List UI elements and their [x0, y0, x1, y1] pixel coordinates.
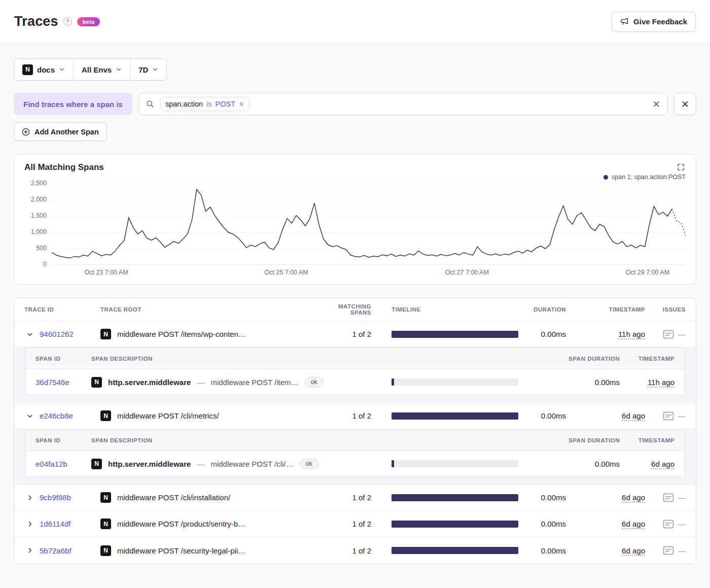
no-issues-dash: — [678, 411, 686, 420]
matching-spans-count: 1 of 2 [315, 330, 392, 338]
chart-title: All Matching Spans [24, 162, 104, 172]
all-matching-spans-panel: All Matching Spans span 1: span.action:P… [14, 154, 696, 285]
timestamp-value[interactable]: 11h ago [618, 330, 645, 338]
environment-selector[interactable]: All Envs [73, 59, 130, 80]
timestamp-value[interactable]: 6d ago [622, 493, 645, 502]
nextjs-platform-icon: N [91, 459, 102, 469]
page-filters: N docs All Envs 7D [14, 58, 167, 81]
expand-chevron-icon[interactable] [24, 546, 36, 555]
traces-table-header: Trace ID Trace Root Matching Spans Timel… [14, 298, 696, 321]
chart-x-axis: Oct 23 7:00 AM Oct 25 7:00 AM Oct 27 7:0… [52, 265, 686, 278]
span-id-link[interactable]: 36d7546e [36, 378, 69, 387]
timestamp-value[interactable]: 6d ago [622, 520, 645, 528]
timeline-bar [392, 331, 518, 338]
timeline-cell [392, 460, 518, 467]
timestamp-value[interactable]: 6d ago [622, 546, 645, 555]
token-operator: is [206, 100, 211, 108]
expand-chevron-icon[interactable] [24, 520, 36, 529]
timeline-bar [392, 547, 518, 554]
col-span-id: Span ID [36, 437, 91, 443]
span-row[interactable]: 36d7546e N http.server.middleware — midd… [25, 369, 685, 395]
span-description: middleware POST /item… [210, 378, 298, 387]
span-search-input[interactable]: span.action is POST ✕ ✕ [138, 93, 668, 115]
trace-id-link[interactable]: 1d6114df [40, 520, 70, 528]
project-selector-label: docs [37, 65, 55, 74]
remove-token-icon[interactable]: ✕ [239, 100, 244, 108]
span-id-link[interactable]: e04fa12b [36, 460, 67, 468]
trace-row[interactable]: 9cb9f88b N middleware POST /cli/installa… [14, 485, 696, 511]
timeline-cell [392, 547, 518, 554]
trace-root-text: middleware POST /cli/installation/ [117, 493, 230, 502]
fullscreen-icon[interactable] [676, 162, 686, 172]
col-issues: Issues [645, 306, 686, 313]
issues-icon[interactable] [663, 411, 674, 421]
duration-value: 0.00ms [518, 493, 574, 502]
timeline-cell [392, 331, 518, 338]
trace-id-link[interactable]: 94601262 [40, 330, 74, 338]
span-duration-value: 0.00ms [518, 460, 620, 468]
issues-icon[interactable] [663, 519, 674, 529]
duration-value: 0.00ms [518, 330, 574, 338]
x-tick-label: Oct 23 7:00 AM [84, 269, 128, 276]
span-duration-value: 0.00ms [518, 378, 620, 387]
give-feedback-button[interactable]: Give Feedback [612, 12, 696, 32]
col-trace-root: Trace Root [100, 306, 315, 313]
date-range-selector[interactable]: 7D [130, 59, 166, 80]
expand-chevron-icon[interactable] [24, 493, 36, 502]
page-filter-bar: N docs All Envs 7D [14, 58, 696, 81]
chart-y-axis: 2,500 2,000 1,500 1,000 500 0 [24, 184, 52, 265]
collapse-chevron-icon[interactable] [24, 330, 36, 339]
trace-root-text: middleware POST /cli/metrics/ [117, 411, 219, 420]
no-issues-dash: — [678, 520, 686, 528]
search-filter-token[interactable]: span.action is POST ✕ [160, 97, 250, 111]
add-another-span-button[interactable]: Add Another Span [14, 122, 107, 141]
remove-span-row-button[interactable]: ✕ [674, 93, 696, 115]
timeline-cell [392, 378, 518, 386]
trace-id-link[interactable]: 5b72a6bf [40, 546, 72, 555]
trace-row[interactable]: 5b72a6bf N middleware POST /security-leg… [14, 537, 696, 564]
timeline-cell [392, 494, 518, 501]
project-selector[interactable]: N docs [14, 59, 73, 80]
search-icon [146, 100, 154, 108]
clear-search-icon[interactable]: ✕ [652, 99, 660, 109]
issues-icon[interactable] [663, 545, 674, 556]
trace-id-link[interactable]: e246cb8e [40, 411, 73, 420]
timeline-cell [392, 521, 518, 528]
span-search-row: Find traces where a span is span.action … [14, 93, 696, 115]
col-span-description: Span Description [91, 356, 392, 362]
span-row[interactable]: e04fa12b N http.server.middleware — midd… [25, 451, 685, 476]
issues-icon[interactable] [663, 329, 674, 339]
y-tick-label: 2,500 [31, 180, 47, 187]
y-tick-label: 500 [36, 245, 47, 252]
collapse-chevron-icon[interactable] [24, 411, 36, 421]
spans-line-chart: 2,500 2,000 1,500 1,000 500 0 [24, 184, 686, 265]
y-tick-label: 0 [43, 261, 47, 268]
expanded-spans-panel: Span ID Span Description Span Duration T… [14, 429, 696, 485]
span-timestamp-value[interactable]: 11h ago [648, 378, 674, 387]
timeline-cell [392, 412, 518, 420]
col-duration: Duration [518, 306, 574, 313]
trace-row[interactable]: 94601262 N middleware POST /items/wp-con… [14, 321, 696, 348]
trace-row[interactable]: 1d6114df N middleware POST /product/sent… [14, 511, 696, 537]
col-span-timestamp: Timestamp [620, 356, 674, 362]
date-range-label: 7D [138, 65, 148, 74]
timeline-tick [392, 378, 394, 386]
trace-root-text: middleware POST /security-legal-pii… [117, 546, 245, 555]
give-feedback-label: Give Feedback [633, 17, 687, 26]
token-value: POST [216, 100, 235, 108]
matching-spans-count: 1 of 2 [315, 411, 392, 420]
duration-value: 0.00ms [518, 546, 574, 555]
token-key: span.action [165, 100, 203, 108]
trace-row[interactable]: e246cb8e N middleware POST /cli/metrics/… [14, 403, 696, 429]
y-tick-label: 2,000 [31, 196, 47, 203]
help-icon[interactable]: ? [63, 17, 72, 26]
traces-table: Trace ID Trace Root Matching Spans Timel… [14, 297, 696, 564]
y-tick-label: 1,000 [31, 228, 47, 235]
issues-icon[interactable] [663, 493, 674, 503]
legend-dot [604, 175, 608, 180]
timestamp-value[interactable]: 6d ago [622, 411, 645, 420]
trace-id-link[interactable]: 9cb9f88b [40, 493, 71, 502]
span-timestamp-value[interactable]: 6d ago [651, 460, 674, 468]
legend-item[interactable]: span 1: span.action:POST [604, 174, 686, 181]
matching-spans-count: 1 of 2 [315, 546, 392, 555]
